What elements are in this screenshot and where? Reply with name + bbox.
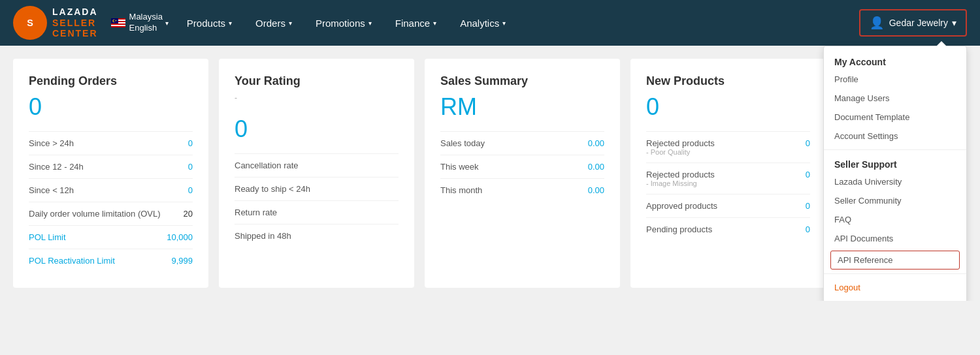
rating-row-0: Cancellation rate — [235, 153, 399, 177]
pending-orders-card: Pending Orders 0 Since > 24h 0 Since 12 … — [13, 59, 208, 288]
svg-text:S: S — [27, 18, 33, 28]
nav-item-products[interactable]: Products ▾ — [175, 0, 244, 46]
menu-item-document-template[interactable]: Document Template — [824, 108, 966, 127]
svg-rect-5 — [111, 25, 125, 26]
menu-item-seller-community[interactable]: Seller Community — [824, 191, 966, 210]
nav-item-promotions[interactable]: Promotions ▾ — [304, 0, 384, 46]
pending-row-4: POL Limit 10,000 — [29, 225, 193, 249]
menu-item-lazada-university[interactable]: Lazada University — [824, 172, 966, 191]
pending-row-5: POL Reactivation Limit 9,999 — [29, 249, 193, 272]
nav-item-finance[interactable]: Finance ▾ — [384, 0, 448, 46]
user-menu-trigger[interactable]: 👤 Gedar Jewelry ▾ — [859, 9, 967, 37]
new-products-card: New Products 0 Rejected products - Poor … — [630, 59, 826, 288]
analytics-chevron-icon: ▾ — [502, 20, 506, 27]
user-chevron-icon: ▾ — [952, 18, 956, 28]
lang-text: Malaysia English — [129, 12, 163, 34]
nav-item-analytics[interactable]: Analytics ▾ — [448, 0, 517, 46]
finance-chevron-icon: ▾ — [433, 20, 436, 27]
rating-row-2: Return rate — [235, 200, 399, 224]
pending-orders-value: 0 — [29, 93, 193, 121]
sales-summary-card: Sales Summary RM Sales today 0.00 This w… — [425, 59, 620, 288]
menu-item-api-documents[interactable]: API Documents — [824, 229, 966, 248]
language-selector[interactable]: Malaysia English ▾ — [111, 12, 169, 34]
sales-summary-title: Sales Summary — [440, 74, 604, 88]
your-rating-card: Your Rating - 0 Cancellation rate Ready … — [219, 59, 414, 288]
pending-row-0: Since > 24h 0 — [29, 131, 193, 155]
products-chevron-icon: ▾ — [229, 20, 232, 27]
menu-item-faq[interactable]: FAQ — [824, 210, 966, 229]
your-rating-value: 0 — [235, 116, 399, 143]
navbar: S LAZADA SELLER CENTER Malaysia English … — [0, 0, 980, 46]
svg-point-8 — [113, 20, 115, 22]
orders-chevron-icon: ▾ — [289, 20, 292, 27]
promotions-chevron-icon: ▾ — [368, 20, 372, 27]
menu-item-profile[interactable]: Profile — [824, 70, 966, 89]
menu-item-account-settings[interactable]: Account Settings — [824, 127, 966, 146]
menu-item-manage-users[interactable]: Manage Users — [824, 89, 966, 108]
logo-area[interactable]: S LAZADA SELLER CENTER — [13, 6, 98, 40]
your-rating-title: Your Rating — [235, 74, 399, 88]
pending-row-2: Since < 12h 0 — [29, 178, 193, 202]
rating-row-3: Shipped in 48h — [235, 224, 399, 247]
pending-orders-title: Pending Orders — [29, 74, 193, 88]
sales-row-1: This week 0.00 — [440, 155, 604, 178]
nav-items: Products ▾ Orders ▾ Promotions ▾ Finance… — [175, 0, 859, 46]
sales-summary-value: RM — [440, 93, 604, 121]
seller-support-title: Seller Support — [824, 154, 966, 172]
product-row-2: Approved products 0 — [646, 194, 810, 217]
menu-item-api-reference[interactable]: API Reference — [830, 251, 960, 270]
product-row-3: Pending products 0 — [646, 217, 810, 241]
nav-item-orders[interactable]: Orders ▾ — [244, 0, 304, 46]
pending-row-3: Daily order volume limitation (OVL) 20 — [29, 202, 193, 225]
my-account-title: My Account — [824, 52, 966, 70]
your-rating-subtitle: - — [235, 93, 399, 102]
product-row-1: Rejected products - Image Missing 0 — [646, 162, 810, 194]
product-row-0: Rejected products - Poor Quality 0 — [646, 131, 810, 162]
rating-row-1: Ready to ship < 24h — [235, 177, 399, 200]
logo-text: LAZADA SELLER CENTER — [52, 7, 98, 39]
new-products-value: 0 — [646, 93, 810, 121]
logo-icon: S — [13, 6, 47, 40]
new-products-title: New Products — [646, 74, 810, 88]
pending-row-1: Since 12 - 24h 0 — [29, 155, 193, 178]
dropdown-divider-2 — [824, 273, 966, 274]
sales-row-2: This month 0.00 — [440, 178, 604, 202]
lang-chevron-icon: ▾ — [165, 20, 169, 27]
user-avatar-icon: 👤 — [870, 16, 884, 30]
dropdown-divider-1 — [824, 149, 966, 150]
menu-item-logout[interactable]: Logout — [824, 278, 966, 297]
user-dropdown-menu: My Account Profile Manage Users Document… — [823, 46, 967, 301]
sales-row-0: Sales today 0.00 — [440, 131, 604, 155]
